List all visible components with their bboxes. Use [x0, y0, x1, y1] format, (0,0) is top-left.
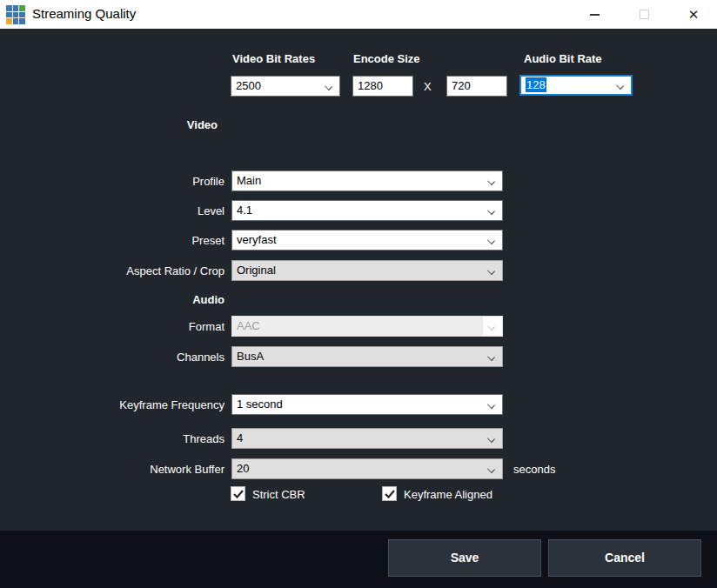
keyframe-frequency-combobox[interactable]: 1 second	[231, 394, 503, 415]
video-bit-rates-label: Video Bit Rates	[232, 52, 315, 65]
network-buffer-combobox[interactable]: 20	[231, 458, 503, 479]
level-label: Level	[50, 204, 224, 217]
chevron-down-icon	[487, 237, 495, 244]
chevron-down-icon	[487, 401, 495, 409]
audio-bit-rate-label: Audio Bit Rate	[524, 52, 602, 65]
aspect-ratio-crop-label: Aspect Ratio / Crop	[50, 264, 224, 277]
cancel-button[interactable]: Cancel	[548, 539, 701, 577]
encode-height-input[interactable]: 720	[446, 76, 507, 97]
audio-bit-rate-combobox[interactable]: 128	[519, 75, 633, 96]
audio-section-header: Audio	[94, 293, 224, 306]
profile-label: Profile	[50, 175, 224, 188]
encode-size-label: Encode Size	[353, 52, 420, 65]
chevron-down-icon	[616, 82, 624, 90]
chevron-down-icon	[487, 465, 495, 473]
format-label: Format	[50, 320, 224, 333]
keyframe-aligned-label: Keyframe Aligned	[404, 488, 493, 501]
threads-label: Threads	[50, 432, 224, 445]
check-icon	[233, 490, 244, 498]
channels-combobox[interactable]: BusA	[231, 346, 503, 367]
app-logo-icon	[6, 5, 25, 24]
encode-size-separator: X	[424, 80, 432, 93]
close-button[interactable]: ✕	[673, 0, 714, 29]
chevron-down-icon	[487, 267, 495, 275]
window-title: Streaming Quality	[32, 6, 136, 21]
chevron-down-icon	[325, 83, 332, 90]
close-icon: ✕	[688, 8, 700, 21]
strict-cbr-checkbox[interactable]	[231, 486, 245, 501]
video-bit-rates-combobox[interactable]: 2500	[231, 76, 340, 97]
video-section-header: Video	[87, 118, 218, 131]
minimize-button[interactable]	[574, 0, 614, 29]
save-button[interactable]: Save	[388, 539, 541, 577]
streaming-quality-dialog: Streaming Quality ✕ Video Bit Rates Enco…	[0, 0, 717, 588]
keyframe-frequency-label: Keyframe Frequency	[50, 398, 224, 411]
encode-width-input[interactable]: 1280	[352, 76, 413, 97]
network-buffer-label: Network Buffer	[50, 463, 224, 476]
preset-label: Preset	[50, 234, 224, 247]
chevron-down-icon	[487, 207, 495, 215]
minimize-icon	[590, 14, 600, 16]
profile-combobox[interactable]: Main	[231, 170, 503, 191]
threads-combobox[interactable]: 4	[231, 428, 503, 449]
format-combobox: AAC	[231, 316, 503, 337]
network-buffer-suffix: seconds	[513, 463, 555, 476]
strict-cbr-label: Strict CBR	[252, 488, 305, 501]
check-icon	[385, 490, 395, 498]
chevron-down-icon	[487, 435, 495, 443]
keyframe-aligned-checkbox[interactable]	[382, 486, 397, 501]
selected-text: 128	[526, 77, 546, 92]
maximize-button	[624, 0, 664, 29]
chevron-down-icon	[487, 353, 495, 361]
titlebar[interactable]: Streaming Quality ✕	[0, 0, 717, 29]
aspect-ratio-crop-combobox[interactable]: Original	[231, 260, 503, 281]
maximize-icon	[640, 10, 649, 19]
channels-label: Channels	[50, 351, 224, 364]
preset-combobox[interactable]: veryfast	[231, 230, 503, 251]
level-combobox[interactable]: 4.1	[231, 200, 503, 221]
chevron-down-icon	[487, 177, 495, 185]
